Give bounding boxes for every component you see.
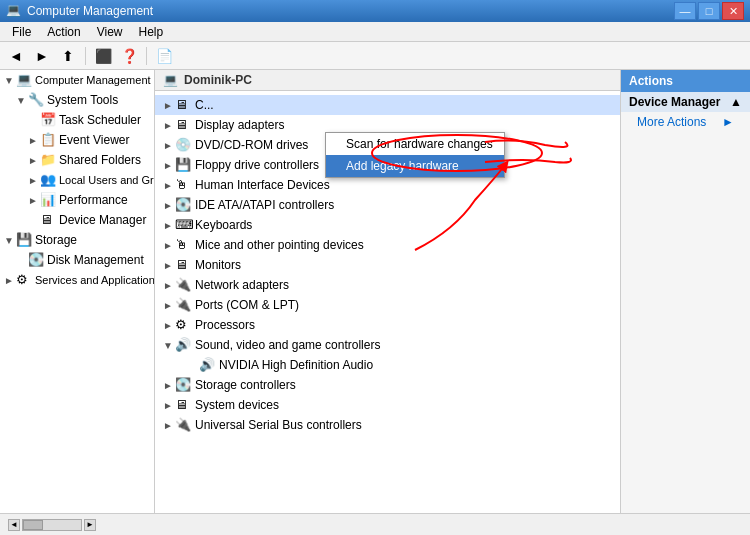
processor-icon: ⚙ <box>175 317 191 333</box>
device-item-hid[interactable]: ► 🖱 Human Interface Devices <box>155 175 620 195</box>
computer-icon: 💻 <box>16 72 32 88</box>
device-item-ide[interactable]: ► 💽 IDE ATA/ATAPI controllers <box>155 195 620 215</box>
system-devices-icon: 🖥 <box>175 397 191 413</box>
tree-label: Shared Folders <box>59 153 141 167</box>
keyboard-icon: ⌨ <box>175 217 191 233</box>
tree-item-device-manager[interactable]: 🖥 Device Manager <box>0 210 154 230</box>
tree-item-shared-folders[interactable]: ► 📁 Shared Folders <box>0 150 154 170</box>
more-actions-arrow: ► <box>722 115 734 129</box>
arrow-icon: ▼ <box>16 95 28 106</box>
toolbar: ◄ ► ⬆ ⬛ ❓ 📄 <box>0 42 750 70</box>
middle-header: 💻 Dominik-PC <box>155 70 620 91</box>
dvd-icon: 💿 <box>175 137 191 153</box>
left-panel: ▼ 💻 Computer Management (Local ▼ 🔧 Syste… <box>0 70 155 513</box>
window-title: Computer Management <box>27 4 153 18</box>
tree-label: Services and Applications <box>35 274 155 286</box>
tree-label: Device Manager <box>59 213 146 227</box>
title-bar: 💻 Computer Management — □ ✕ <box>0 0 750 22</box>
more-actions-item[interactable]: More Actions ► <box>621 112 750 132</box>
network-icon: 🔌 <box>175 277 191 293</box>
device-label: Mice and other pointing devices <box>195 238 364 252</box>
device-item-network[interactable]: ► 🔌 Network adapters <box>155 275 620 295</box>
device-label: Floppy drive controllers <box>195 158 319 172</box>
device-item-system-devices[interactable]: ► 🖥 System devices <box>155 395 620 415</box>
arrow-icon: ► <box>163 260 175 271</box>
status-bar: ◄ ► <box>0 513 750 535</box>
arrow-icon: ▼ <box>163 340 175 351</box>
device-label: NVIDIA High Definition Audio <box>219 358 373 372</box>
device-item-nvidia[interactable]: 🔊 NVIDIA High Definition Audio <box>155 355 620 375</box>
close-button[interactable]: ✕ <box>722 2 744 20</box>
menu-action[interactable]: Action <box>39 23 88 41</box>
tree-label: System Tools <box>47 93 118 107</box>
back-button[interactable]: ◄ <box>4 45 28 67</box>
tree-item-local-users[interactable]: ► 👥 Local Users and Groups <box>0 170 154 190</box>
tree-item-disk-management[interactable]: 💽 Disk Management <box>0 250 154 270</box>
arrow-icon: ► <box>28 135 40 146</box>
menu-view[interactable]: View <box>89 23 131 41</box>
device-item-storage-controllers[interactable]: ► 💽 Storage controllers <box>155 375 620 395</box>
help-button[interactable]: ❓ <box>117 45 141 67</box>
up-button[interactable]: ⬆ <box>56 45 80 67</box>
scroll-right-button[interactable]: ► <box>84 519 96 531</box>
group-label: Device Manager <box>629 95 720 109</box>
menu-file[interactable]: File <box>4 23 39 41</box>
device-label: Storage controllers <box>195 378 296 392</box>
maximize-button[interactable]: □ <box>698 2 720 20</box>
tree-label: Local Users and Groups <box>59 174 155 186</box>
scroll-controls: ◄ ► <box>8 519 96 531</box>
scroll-left-button[interactable]: ◄ <box>8 519 20 531</box>
tree-item-event-viewer[interactable]: ► 📋 Event Viewer <box>0 130 154 150</box>
chevron-icon: ▲ <box>730 95 742 109</box>
device-item-processors[interactable]: ► ⚙ Processors <box>155 315 620 335</box>
main-layout: ▼ 💻 Computer Management (Local ▼ 🔧 Syste… <box>0 70 750 513</box>
tree-label: Event Viewer <box>59 133 129 147</box>
context-scan-hardware[interactable]: Scan for hardware changes <box>326 133 504 155</box>
tree-item-services[interactable]: ► ⚙ Services and Applications <box>0 270 154 290</box>
tools-icon: 🔧 <box>28 92 44 108</box>
storage-icon: 💾 <box>16 232 32 248</box>
separator-2 <box>146 47 147 65</box>
device-item-usb[interactable]: ► 🔌 Universal Serial Bus controllers <box>155 415 620 435</box>
actions-label: Actions <box>629 74 673 88</box>
device-item-keyboards[interactable]: ► ⌨ Keyboards <box>155 215 620 235</box>
arrow-icon: ► <box>163 400 175 411</box>
context-add-legacy[interactable]: Add legacy hardware <box>326 155 504 177</box>
device-item-monitors[interactable]: ► 🖥 Monitors <box>155 255 620 275</box>
minimize-button[interactable]: — <box>674 2 696 20</box>
show-hide-button[interactable]: ⬛ <box>91 45 115 67</box>
tree-label: Task Scheduler <box>59 113 141 127</box>
header-icon: 💻 <box>163 73 178 87</box>
arrow-icon: ▼ <box>4 75 16 86</box>
export-button[interactable]: 📄 <box>152 45 176 67</box>
tree-item-computer-management[interactable]: ▼ 💻 Computer Management (Local <box>0 70 154 90</box>
device-manager-group[interactable]: Device Manager ▲ <box>621 92 750 112</box>
arrow-icon: ► <box>163 180 175 191</box>
computer-icon: 🖥 <box>175 97 191 113</box>
menu-help[interactable]: Help <box>131 23 172 41</box>
device-item-mice[interactable]: ► 🖱 Mice and other pointing devices <box>155 235 620 255</box>
context-menu: Scan for hardware changes Add legacy har… <box>325 132 505 178</box>
arrow-icon: ► <box>163 140 175 151</box>
device-item-sound[interactable]: ▼ 🔊 Sound, video and game controllers <box>155 335 620 355</box>
users-icon: 👥 <box>40 172 56 188</box>
arrow-icon: ▼ <box>4 235 16 246</box>
scroll-thumb[interactable] <box>23 520 43 530</box>
middle-panel: 💻 Dominik-PC ► 🖥 C... ► 🖥 Display adapte… <box>155 70 620 513</box>
monitor-icon: 🖥 <box>175 257 191 273</box>
device-item-ports[interactable]: ► 🔌 Ports (COM & LPT) <box>155 295 620 315</box>
device-item-computer[interactable]: ► 🖥 C... <box>155 95 620 115</box>
display-icon: 🖥 <box>175 117 191 133</box>
device-label: DVD/CD-ROM drives <box>195 138 308 152</box>
tree-item-system-tools[interactable]: ▼ 🔧 System Tools <box>0 90 154 110</box>
tree-item-storage[interactable]: ▼ 💾 Storage <box>0 230 154 250</box>
device-label: Human Interface Devices <box>195 178 330 192</box>
forward-button[interactable]: ► <box>30 45 54 67</box>
arrow-icon: ► <box>163 240 175 251</box>
tree-item-task-scheduler[interactable]: 📅 Task Scheduler <box>0 110 154 130</box>
device-label: System devices <box>195 398 279 412</box>
tree-label: Disk Management <box>47 253 144 267</box>
tree-item-performance[interactable]: ► 📊 Performance <box>0 190 154 210</box>
arrow-icon: ► <box>163 120 175 131</box>
device-label: Keyboards <box>195 218 252 232</box>
